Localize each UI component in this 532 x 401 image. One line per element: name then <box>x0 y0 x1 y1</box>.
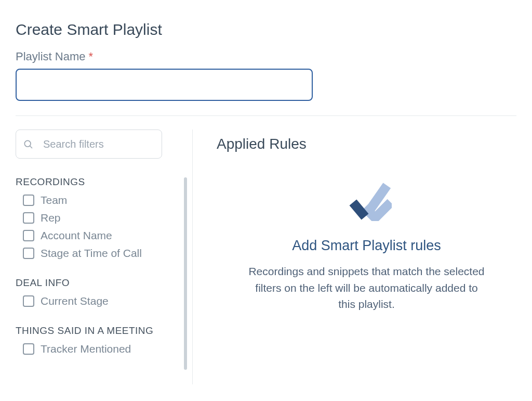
empty-state: Add Smart Playlist rules Recordings and … <box>247 183 486 313</box>
filters-sidebar: RECORDINGS Team Rep Account Name <box>16 130 192 384</box>
group-heading-recordings: RECORDINGS <box>16 176 177 188</box>
svg-line-1 <box>30 146 32 148</box>
playlist-name-label-text: Playlist Name <box>16 50 85 63</box>
group-heading-things-said: THINGS SAID IN A MEETING <box>16 325 177 337</box>
playlist-name-label: Playlist Name * <box>16 50 516 63</box>
filter-label: Team <box>41 194 67 206</box>
filter-item-stage-time-call[interactable]: Stage at Time of Call <box>23 247 177 260</box>
applied-rules-title: Applied Rules <box>217 136 516 152</box>
scrollbar-thumb[interactable] <box>184 177 187 370</box>
required-asterisk: * <box>89 50 94 63</box>
group-heading-deal-info: DEAL INFO <box>16 277 177 289</box>
search-icon <box>23 139 33 149</box>
filter-item-current-stage[interactable]: Current Stage <box>23 295 177 307</box>
playlist-name-input[interactable] <box>16 69 313 101</box>
checkbox-icon <box>23 343 34 355</box>
filter-label: Account Name <box>41 229 112 242</box>
filter-item-team[interactable]: Team <box>23 194 177 206</box>
filter-item-tracker-mentioned[interactable]: Tracker Mentioned <box>23 343 177 355</box>
checkbox-icon <box>23 230 34 241</box>
checkbox-icon <box>23 248 34 259</box>
page-title: Create Smart Playlist <box>16 21 516 38</box>
filter-label: Stage at Time of Call <box>41 247 142 260</box>
checkmark-icon <box>247 183 486 221</box>
applied-rules-panel: Applied Rules Add Smart Playlist rules R… <box>193 130 516 384</box>
search-filters-input[interactable] <box>16 130 162 159</box>
checkbox-icon <box>23 295 34 307</box>
filter-label: Rep <box>41 212 61 224</box>
section-divider <box>16 115 516 116</box>
filter-label: Current Stage <box>41 295 109 307</box>
empty-state-description: Recordings and snippets that match the s… <box>247 263 486 313</box>
checkbox-icon <box>23 195 34 206</box>
filter-item-rep[interactable]: Rep <box>23 212 177 224</box>
empty-state-title: Add Smart Playlist rules <box>247 238 486 254</box>
filter-item-account-name[interactable]: Account Name <box>23 229 177 242</box>
checkbox-icon <box>23 212 34 224</box>
filter-label: Tracker Mentioned <box>41 343 131 355</box>
